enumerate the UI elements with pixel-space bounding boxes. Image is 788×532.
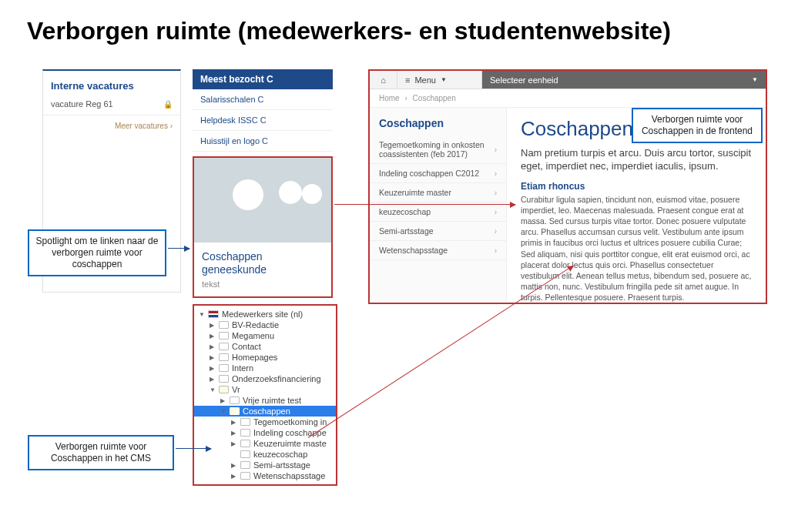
chevron-right-icon: › bbox=[495, 246, 497, 255]
tree-label: BV-Redactie bbox=[232, 320, 279, 330]
breadcrumb: Home › Coschappen bbox=[370, 89, 766, 108]
sidenav-label: Keuzeruimte master bbox=[379, 188, 451, 197]
content-intro: Nam pretium turpis et arcu. Duis arcu to… bbox=[521, 147, 752, 173]
caret-down-icon: ▼ bbox=[220, 408, 226, 415]
folder-icon bbox=[230, 396, 240, 404]
tree-label: keuzecoschap bbox=[253, 450, 307, 459]
caret-right-icon: ▶ bbox=[220, 397, 226, 404]
tree-item-coschappen[interactable]: ▼Coschappen bbox=[194, 406, 336, 417]
sidenav-title: Coschappen bbox=[370, 108, 506, 136]
meest-bezocht-panel: Meest bezocht C Salarisschalen C Helpdes… bbox=[193, 69, 333, 298]
caret-down-icon: ▼ bbox=[199, 311, 205, 318]
spotlight-text: tekst bbox=[202, 279, 324, 289]
meer-vacatures-link[interactable]: Meer vacatures › bbox=[43, 115, 180, 136]
meest-item[interactable]: Helpdesk ISSC C bbox=[193, 110, 333, 131]
folder-icon bbox=[219, 321, 229, 329]
content-h2: Etiam rhoncus bbox=[521, 181, 752, 192]
interne-vacatures-title: Interne vacatures bbox=[43, 71, 180, 96]
tree-item[interactable]: ▶Onderzoeksfinanciering bbox=[194, 373, 336, 384]
caret-right-icon: ▶ bbox=[210, 322, 216, 329]
folder-icon bbox=[219, 332, 229, 340]
spotlight-title: Coschappen geneeskunde bbox=[202, 250, 324, 276]
meest-item[interactable]: Salarisschalen C bbox=[193, 89, 333, 110]
folder-icon bbox=[240, 461, 250, 469]
chevron-right-icon: › bbox=[495, 227, 497, 236]
chevron-right-icon: › bbox=[495, 146, 497, 154]
tree-item[interactable]: ▶Keuzeruimte maste bbox=[194, 438, 336, 449]
meest-bezocht-header: Meest bezocht C bbox=[193, 69, 333, 89]
tree-label: Keuzeruimte maste bbox=[253, 439, 327, 448]
tree-label: Coschappen bbox=[243, 407, 290, 416]
sidenav-item[interactable]: keuzecoschap› bbox=[370, 202, 506, 222]
caret-right-icon: ▶ bbox=[210, 354, 216, 361]
sidenav-item[interactable]: Tegemoetkoming in onkosten coassistenten… bbox=[370, 136, 506, 164]
selecteer-eenheid-dropdown[interactable]: Selecteer eenheid ▼ bbox=[482, 71, 766, 89]
chevron-down-icon: ▼ bbox=[441, 76, 447, 83]
tree-item[interactable]: ▶Wetenschapsstage bbox=[194, 470, 336, 481]
caret-down-icon: ▼ bbox=[210, 386, 216, 393]
arrow-icon bbox=[334, 204, 515, 205]
tree-item[interactable]: ▶Vrije ruimte test bbox=[194, 395, 336, 406]
sidenav-item[interactable]: Indeling coschappen C2012› bbox=[370, 164, 506, 183]
tree-label: Vrije ruimte test bbox=[243, 396, 301, 405]
caret-right-icon: ▶ bbox=[231, 473, 237, 480]
menu-dropdown[interactable]: ≡ Menu ▼ bbox=[397, 71, 482, 89]
chevron-right-icon: › bbox=[495, 208, 497, 216]
sidenav-label: keuzecoschap bbox=[379, 207, 431, 216]
annotation-cms: Verborgen ruimte voor Coschappen in het … bbox=[28, 435, 174, 470]
spotlight-card[interactable]: Coschappen geneeskunde tekst bbox=[193, 156, 333, 298]
slide-title: Verborgen ruimte (medewerkers- en studen… bbox=[27, 17, 671, 45]
meest-item[interactable]: Huisstijl en logo C bbox=[193, 131, 333, 152]
home-icon: ⌂ bbox=[381, 75, 386, 85]
folder-open-icon bbox=[230, 407, 240, 415]
chevron-right-icon: › bbox=[495, 189, 497, 197]
arrow-icon bbox=[168, 248, 189, 249]
nl-flag-icon bbox=[208, 310, 219, 318]
content-body: Curabitur ligula sapien, tincidunt non, … bbox=[521, 194, 752, 303]
tree-item[interactable]: ▶BV-Redactie bbox=[194, 320, 336, 330]
tree-item[interactable]: ▶Megamenu bbox=[194, 330, 336, 341]
breadcrumb-current: Coschappen bbox=[413, 94, 456, 102]
caret-right-icon: ▶ bbox=[231, 462, 237, 469]
tree-label: Contact bbox=[232, 342, 261, 351]
sidenav-label: Tegemoetkoming in onkosten coassistenten… bbox=[379, 140, 495, 159]
frontend-topbar: ⌂ ≡ Menu ▼ Selecteer eenheid ▼ bbox=[370, 71, 766, 89]
folder-icon bbox=[219, 364, 229, 372]
tree-label: Homepages bbox=[232, 353, 277, 362]
caret-right-icon: ▶ bbox=[231, 419, 237, 426]
breadcrumb-sep: › bbox=[404, 94, 407, 102]
sidenav-item[interactable]: Wetenschapsstage› bbox=[370, 241, 506, 260]
sidenav-label: Wetenschapsstage bbox=[379, 246, 448, 255]
spotlight-image bbox=[194, 158, 331, 243]
folder-icon bbox=[240, 440, 250, 447]
annotation-spotlight: Spotlight om te linken naar de verborgen… bbox=[28, 229, 166, 276]
breadcrumb-home[interactable]: Home bbox=[379, 94, 400, 102]
tree-item-vr[interactable]: ▼Vr bbox=[194, 384, 336, 395]
vacature-label: vacature Reg 61 bbox=[51, 99, 113, 109]
tree-item[interactable]: ▶Intern bbox=[194, 363, 336, 373]
folder-open-icon bbox=[219, 386, 229, 393]
lock-icon: 🔒 bbox=[163, 100, 173, 109]
sidenav-item[interactable]: Semi-artsstage› bbox=[370, 222, 506, 241]
tree-label: Intern bbox=[232, 363, 253, 373]
cms-tree: ▼ Medewerkers site (nl) ▶BV-Redactie ▶Me… bbox=[193, 304, 337, 486]
arrow-icon bbox=[176, 448, 211, 449]
folder-icon bbox=[240, 472, 250, 480]
tree-item[interactable]: keuzecoschap bbox=[194, 449, 336, 460]
caret-right-icon: ▶ bbox=[210, 365, 216, 372]
home-button[interactable]: ⌂ bbox=[370, 71, 397, 89]
sidenav-label: Indeling coschappen C2012 bbox=[379, 169, 479, 178]
tree-item[interactable]: ▶Homepages bbox=[194, 352, 336, 363]
tree-label: Semi-artsstage bbox=[253, 460, 310, 470]
vacature-row[interactable]: vacature Reg 61 🔒 bbox=[43, 96, 180, 115]
tree-label: Onderzoeksfinanciering bbox=[232, 374, 321, 383]
tree-root[interactable]: ▼ Medewerkers site (nl) bbox=[194, 309, 336, 320]
tree-label: Wetenschapsstage bbox=[253, 471, 325, 480]
selecteer-label: Selecteer eenheid bbox=[490, 75, 558, 85]
chevron-right-icon: › bbox=[495, 169, 497, 178]
sidenav-label: Semi-artsstage bbox=[379, 226, 434, 236]
tree-item[interactable]: ▶Tegemoetkoming in bbox=[194, 417, 336, 427]
tree-item[interactable]: ▶Semi-artsstage bbox=[194, 460, 336, 470]
sidenav-item[interactable]: Keuzeruimte master› bbox=[370, 183, 506, 202]
tree-item[interactable]: ▶Contact bbox=[194, 341, 336, 352]
